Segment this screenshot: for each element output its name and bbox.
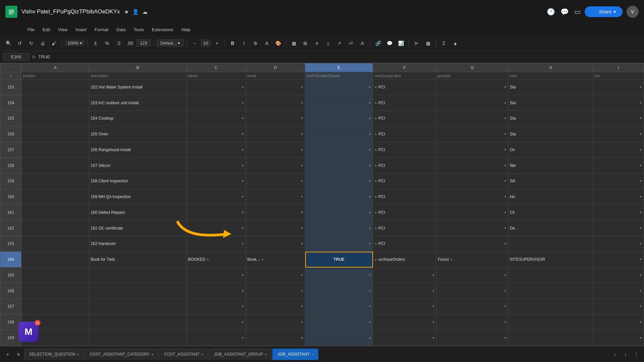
cell-b-160[interactable]: 159 MH QA Inspection — [89, 189, 186, 205]
cell-c-158[interactable]: ▼ — [186, 158, 246, 173]
cell-h-168[interactable] — [508, 314, 593, 330]
cell-h-165[interactable] — [508, 267, 593, 283]
more-sheets-button[interactable]: ⋮ — [631, 349, 641, 359]
redo-icon[interactable]: ↻ — [26, 38, 36, 48]
font-size-decrease-icon[interactable]: − — [190, 38, 200, 48]
cell-g-154[interactable]: ▼ — [436, 95, 508, 111]
cell-a-160[interactable] — [21, 189, 89, 205]
cell-g-155[interactable]: ▼ — [436, 111, 508, 126]
number-format[interactable]: 123 — [136, 40, 151, 47]
cell-f-159[interactable]: ▼ PCI — [373, 173, 436, 189]
cell-g-160[interactable]: ▼ — [436, 189, 508, 205]
cell-e-157[interactable]: ▼ — [305, 142, 373, 158]
cell-a-161[interactable] — [21, 205, 89, 221]
cell-d-165[interactable]: ▼ — [246, 267, 305, 283]
cell-f-168[interactable]: ▼ — [373, 314, 436, 330]
cell-c-156[interactable]: ▼ — [186, 126, 246, 142]
font-size-control[interactable]: 10 — [201, 40, 210, 47]
cell-d-167[interactable]: ▼ — [246, 299, 305, 314]
cell-e-159[interactable]: ▼ — [305, 173, 373, 189]
cell-i-160[interactable]: ▼ — [593, 189, 644, 205]
row-header-164[interactable]: 164 — [0, 252, 21, 267]
cell-d-154[interactable]: ▼ — [246, 95, 305, 111]
cell-i-165[interactable]: ▼ — [593, 267, 644, 283]
row-header-166[interactable]: 166 — [0, 283, 21, 299]
app-icon[interactable]: M 11 — [18, 322, 39, 342]
cell-a-164[interactable] — [21, 252, 89, 267]
col-header-d[interactable]: D — [246, 63, 305, 72]
cell-f-164[interactable]: ▼ urchaseOrders — [373, 252, 436, 267]
cell-e-153[interactable]: ▼ — [305, 79, 373, 95]
cell-f-154[interactable]: ▼ PCI — [373, 95, 436, 111]
cell-d-166[interactable]: ▼ — [246, 283, 305, 299]
user-avatar[interactable]: V — [627, 6, 639, 18]
cell-i-156[interactable]: ▼ — [593, 126, 644, 142]
cell-c-160[interactable]: ▼ — [186, 189, 246, 205]
cell-e-166[interactable]: ▼ — [305, 283, 373, 299]
cell-f-161[interactable]: ▼ PCI — [373, 205, 436, 221]
cell-g-166[interactable]: ▼ — [436, 283, 508, 299]
add-sheet-button[interactable]: + — [3, 349, 13, 359]
cell-d-159[interactable]: ▼ — [246, 173, 305, 189]
cell-c-163[interactable]: ▼ — [186, 236, 246, 252]
text-color-icon[interactable]: A — [262, 38, 272, 48]
cell-c-155[interactable]: ▼ — [186, 111, 246, 126]
row-header-160[interactable]: 160 — [0, 189, 21, 205]
cell-b-161[interactable]: 160 Defect Repairs — [89, 205, 186, 221]
cell-i-157[interactable]: ▼ — [593, 142, 644, 158]
cell-i-167[interactable]: ▼ — [593, 299, 644, 314]
menu-view[interactable]: View — [55, 26, 71, 34]
cell-i-153[interactable]: ▼ — [593, 79, 644, 95]
undo-icon[interactable]: ↺ — [15, 38, 25, 48]
insert-comment-icon[interactable]: 💬 — [384, 38, 394, 48]
cell-a-157[interactable] — [21, 142, 89, 158]
cell-d-153[interactable]: ▼ — [246, 79, 305, 95]
cell-i-168[interactable]: ▼ — [593, 314, 644, 330]
avatar-icon[interactable]: 👤 — [132, 9, 139, 15]
cell-h-157[interactable]: Ov — [508, 142, 593, 158]
cell-c-166[interactable]: ▼ — [186, 283, 246, 299]
cell-h-162[interactable]: De — [508, 220, 593, 236]
cell-d-157[interactable]: ▼ — [246, 142, 305, 158]
cell-f-163[interactable]: ▼ PCI — [373, 236, 436, 252]
cell-i-161[interactable]: ▼ — [593, 205, 644, 221]
tab-cost-assistant-category[interactable]: COST_ASSISTANT_CATEGORY ▾ — [85, 349, 158, 360]
currency-icon[interactable]: £ — [91, 38, 101, 48]
cell-h-156[interactable]: Sta — [508, 126, 593, 142]
cell-h-167[interactable] — [508, 299, 593, 314]
font-size-increase-icon[interactable]: + — [212, 38, 222, 48]
cell-c-157[interactable]: ▼ — [186, 142, 246, 158]
menu-edit[interactable]: Edit — [39, 26, 53, 34]
tab-job-assistant-group[interactable]: JOB_ASSISTANT_GROUP ▾ — [209, 349, 272, 360]
cell-f-156[interactable]: ▼ PCI — [373, 126, 436, 142]
cell-b-164[interactable]: Book for Tiels — [89, 252, 186, 267]
insert-link-icon[interactable]: 🔗 — [373, 38, 383, 48]
cell-i-155[interactable]: ▼ — [593, 111, 644, 126]
cell-g-168[interactable]: ▼ — [436, 314, 508, 330]
cell-a-156[interactable] — [21, 126, 89, 142]
cell-g-159[interactable]: ▼ — [436, 173, 508, 189]
cell-b-166[interactable] — [89, 283, 186, 299]
bold-icon[interactable]: B — [227, 38, 237, 48]
percent-icon[interactable]: % — [102, 38, 112, 48]
cell-b-159[interactable]: 158 Client Inspection — [89, 173, 186, 189]
cell-e-169[interactable]: ▼ — [305, 330, 373, 346]
app-icon-container[interactable]: M 11 — [18, 322, 39, 342]
comments-icon[interactable]: 💬 — [560, 8, 569, 16]
cell-a-154[interactable] — [21, 95, 89, 111]
cell-f-165[interactable]: ▼ — [373, 267, 436, 283]
row-header-167[interactable]: 167 — [0, 299, 21, 314]
cell-e-158[interactable]: ▼ — [305, 158, 373, 173]
tab-cost-assistant[interactable]: COST_ASSISTANT ▾ — [159, 349, 208, 360]
cell-f-167[interactable]: ▼ — [373, 299, 436, 314]
cell-e-155[interactable]: ▼ — [305, 111, 373, 126]
row-header-163[interactable]: 163 — [0, 236, 21, 252]
cell-f-169[interactable]: ▼ — [373, 330, 436, 346]
cell-h-153[interactable]: Sta — [508, 79, 593, 95]
col-header-f[interactable]: F — [373, 63, 436, 72]
cell-i-169[interactable]: ▼ — [593, 330, 644, 346]
borders-icon[interactable]: ▦ — [289, 38, 299, 48]
row-header-165[interactable]: 165 — [0, 267, 21, 283]
formula-content[interactable]: TRUE — [38, 54, 50, 59]
cell-c-162[interactable]: ▼ — [186, 220, 246, 236]
